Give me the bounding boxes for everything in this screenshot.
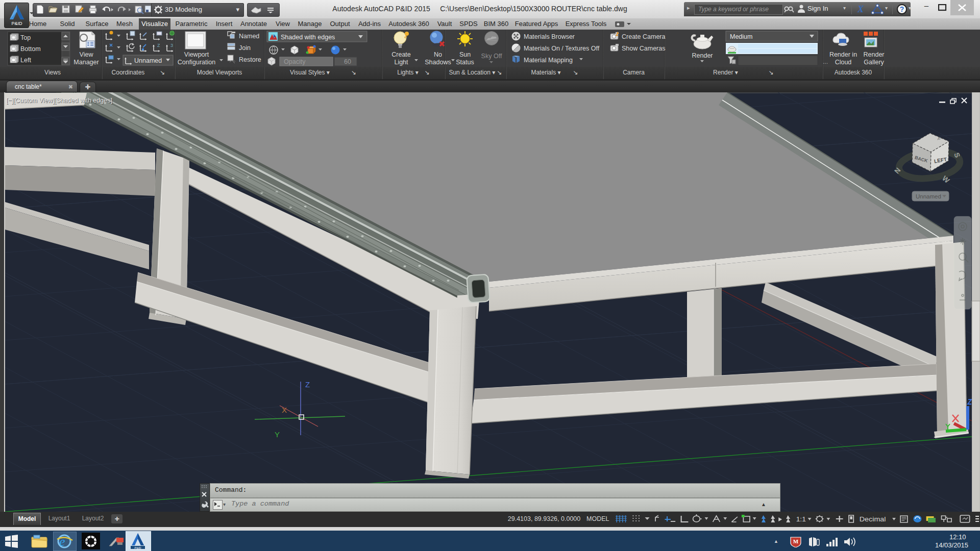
svg-text:Show Cameras: Show Cameras — [622, 45, 665, 52]
svg-text:Status: Status — [456, 59, 474, 66]
svg-text:Materials Browser: Materials Browser — [524, 33, 575, 40]
svg-text:e: e — [59, 534, 65, 549]
svg-text:Join: Join — [239, 44, 251, 52]
svg-text:Shaded with edges: Shaded with edges — [281, 34, 335, 41]
svg-text:M: M — [793, 538, 799, 544]
svg-text:Restore: Restore — [239, 56, 261, 63]
svg-text:Light: Light — [394, 59, 408, 66]
svg-text:Y: Y — [275, 430, 280, 439]
svg-text:Cloud: Cloud — [835, 59, 852, 66]
svg-text:Top: Top — [20, 34, 31, 41]
svg-text:60: 60 — [344, 58, 351, 65]
svg-text:View: View — [80, 51, 94, 58]
svg-text:3: 3 — [170, 43, 173, 48]
svg-text:Named: Named — [239, 33, 259, 40]
svg-text:No: No — [434, 51, 442, 58]
svg-text:Left: Left — [20, 57, 31, 64]
svg-text:Configuration: Configuration — [178, 59, 215, 66]
svg-text:1:1: 1:1 — [796, 516, 806, 523]
svg-text:Material Mapping: Material Mapping — [524, 57, 573, 64]
svg-text:P&ID: P&ID — [11, 21, 22, 26]
svg-text:Manager: Manager — [74, 59, 99, 66]
svg-text:Materials On / Textures Off: Materials On / Textures Off — [524, 45, 600, 52]
svg-text:Render: Render — [692, 52, 713, 59]
svg-text:?: ? — [900, 5, 904, 13]
svg-text:Sun: Sun — [459, 51, 471, 58]
svg-text:Create Camera: Create Camera — [622, 33, 665, 40]
svg-text:Render in: Render in — [829, 51, 857, 58]
svg-text:Opacity: Opacity — [284, 58, 306, 65]
svg-text:Sky Off: Sky Off — [481, 53, 502, 60]
svg-text:Bottom: Bottom — [20, 45, 41, 53]
svg-text:Create: Create — [391, 51, 411, 58]
svg-text:Shadows: Shadows — [425, 59, 451, 66]
svg-text:Gallery: Gallery — [864, 59, 884, 66]
svg-text:[−][Custom View][Shaded with e: [−][Custom View][Shaded with edges] — [6, 97, 112, 104]
svg-text:...: ... — [823, 58, 828, 65]
svg-text:Z: Z — [305, 380, 310, 389]
svg-text:Unnamed: Unnamed — [134, 57, 162, 64]
svg-text:X: X — [857, 4, 864, 14]
svg-text:Z: Z — [157, 43, 160, 48]
svg-text:P&ID: P&ID — [135, 546, 141, 549]
svg-text:Render: Render — [864, 51, 885, 58]
svg-text:Viewport: Viewport — [184, 51, 209, 58]
svg-text:Medium: Medium — [730, 33, 752, 40]
svg-text:X: X — [282, 406, 287, 414]
svg-text:Decimal: Decimal — [860, 516, 886, 523]
svg-text:Unnamed: Unnamed — [916, 193, 941, 199]
